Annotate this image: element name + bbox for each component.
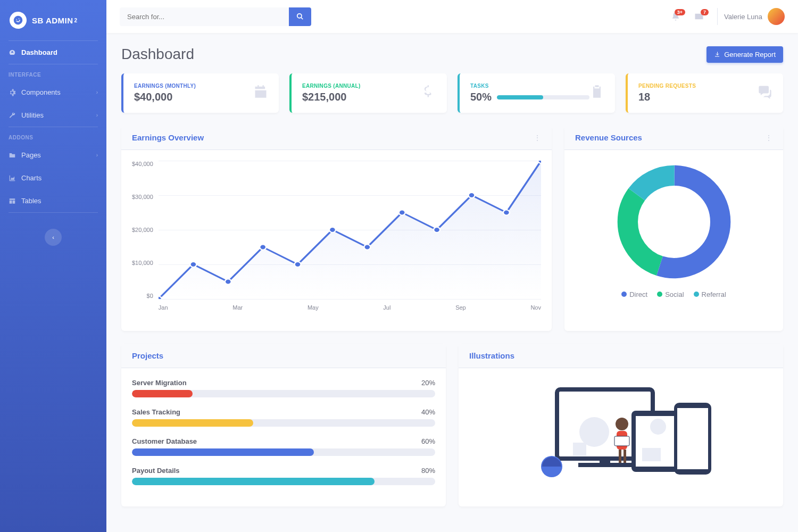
earnings-line-chart: $40,000 $30,000 $20,000 $10,000 $0 xyxy=(132,161,541,320)
ellipsis-icon: ⋮ xyxy=(765,134,772,142)
brand[interactable]: SB ADMIN 2 xyxy=(0,0,106,40)
legend-item: Social xyxy=(657,290,684,298)
stat-value: $40,000 xyxy=(134,91,253,103)
svg-point-6 xyxy=(294,262,301,267)
svg-point-30 xyxy=(579,417,609,447)
x-tick: May xyxy=(307,304,319,311)
earnings-overview-card: Earnings Overview ⋮ $40,000 $30,000 $20,… xyxy=(121,126,552,331)
brand-name: SB ADMIN xyxy=(32,16,73,25)
sidebar: SB ADMIN 2 Dashboard INTERFACE Component… xyxy=(0,0,106,532)
sidebar-item-dashboard[interactable]: Dashboard xyxy=(0,41,106,64)
stat-card-pending: PENDING REQUESTS 18 xyxy=(626,73,783,113)
sidebar-item-label: Utilities xyxy=(21,111,44,119)
topbar-divider xyxy=(717,8,718,25)
sidebar-item-label: Components xyxy=(21,88,61,96)
illustration-image xyxy=(520,373,722,480)
svg-rect-23 xyxy=(677,408,708,469)
sidebar-item-label: Tables xyxy=(21,197,41,205)
sidebar-item-charts[interactable]: Charts xyxy=(0,167,106,189)
x-tick: Jan xyxy=(159,304,168,311)
sidebar-heading-interface: INTERFACE xyxy=(0,64,106,81)
alerts-button[interactable]: 3+ xyxy=(664,5,687,28)
wrench-icon xyxy=(9,112,16,119)
chevron-left-icon: ‹ xyxy=(52,234,54,240)
projects-card: Projects Server Migration20% Sales Track… xyxy=(121,344,446,506)
search-form xyxy=(120,7,311,26)
download-icon xyxy=(714,51,720,57)
illustrations-card: Illustrations xyxy=(459,344,783,506)
project-row: Sales Tracking40% xyxy=(132,408,435,427)
svg-point-9 xyxy=(398,210,405,215)
sidebar-item-label: Dashboard xyxy=(21,48,57,56)
tachometer-icon xyxy=(9,49,16,56)
generate-report-button[interactable]: Generate Report xyxy=(706,46,783,63)
topbar: 3+ 7 Valerie Luna xyxy=(106,0,798,33)
card-title: Earnings Overview xyxy=(132,133,534,142)
y-tick: $0 xyxy=(132,293,153,299)
x-tick: Nov xyxy=(530,304,541,311)
y-tick: $10,000 xyxy=(132,260,153,266)
stat-label: EARNINGS (MONTHLY) xyxy=(134,83,253,89)
svg-point-8 xyxy=(364,245,370,250)
user-menu[interactable]: Valerie Luna xyxy=(724,8,785,25)
sidebar-item-tables[interactable]: Tables xyxy=(0,189,106,212)
calendar-icon xyxy=(253,84,268,103)
svg-point-12 xyxy=(503,210,510,215)
svg-point-5 xyxy=(260,245,266,250)
project-percent: 40% xyxy=(421,408,435,416)
svg-rect-29 xyxy=(614,436,629,446)
chevron-right-icon: › xyxy=(96,152,98,158)
y-tick: $20,000 xyxy=(132,227,153,233)
generate-report-label: Generate Report xyxy=(724,51,776,59)
svg-point-33 xyxy=(650,419,666,435)
comments-icon xyxy=(758,84,772,103)
y-tick: $40,000 xyxy=(132,161,153,167)
card-title: Illustrations xyxy=(469,351,772,360)
project-progress xyxy=(132,419,435,427)
card-menu-button[interactable]: ⋮ xyxy=(765,134,772,142)
revenue-sources-card: Revenue Sources ⋮ Direct Social Referral xyxy=(564,126,783,331)
card-title: Revenue Sources xyxy=(575,133,765,142)
svg-point-3 xyxy=(190,262,196,267)
search-icon xyxy=(296,13,304,20)
svg-point-7 xyxy=(329,227,336,232)
line-chart-svg xyxy=(159,161,541,299)
search-button[interactable] xyxy=(289,7,311,26)
card-title: Projects xyxy=(132,351,435,360)
project-progress xyxy=(132,448,435,456)
x-tick: Sep xyxy=(455,304,466,311)
sidebar-toggle-button[interactable]: ‹ xyxy=(45,229,62,246)
messages-button[interactable]: 7 xyxy=(687,5,711,28)
sidebar-heading-addons: ADDONS xyxy=(0,127,106,144)
chart-area-icon xyxy=(9,174,16,182)
stat-label: TASKS xyxy=(470,83,589,89)
svg-point-0 xyxy=(13,15,23,26)
brand-logo-icon xyxy=(7,10,28,30)
y-tick: $30,000 xyxy=(132,194,153,200)
user-name: Valerie Luna xyxy=(724,13,762,21)
x-tick: Mar xyxy=(232,304,243,311)
card-menu-button[interactable]: ⋮ xyxy=(534,134,541,142)
stat-label: PENDING REQUESTS xyxy=(638,83,758,89)
project-name: Sales Tracking xyxy=(132,408,421,416)
sidebar-item-pages[interactable]: Pages › xyxy=(0,144,106,167)
folder-icon xyxy=(9,152,16,159)
ellipsis-icon: ⋮ xyxy=(534,134,541,142)
project-percent: 80% xyxy=(421,467,435,475)
project-percent: 60% xyxy=(421,437,435,445)
stat-card-tasks: TASKS 50% xyxy=(458,73,615,113)
chevron-right-icon: › xyxy=(96,112,98,118)
project-name: Payout Details xyxy=(132,467,421,475)
avatar xyxy=(768,8,785,25)
table-icon xyxy=(9,197,16,205)
svg-rect-19 xyxy=(600,459,610,464)
svg-rect-27 xyxy=(619,450,621,463)
messages-badge: 7 xyxy=(701,9,709,15)
clipboard-icon xyxy=(589,84,604,103)
sidebar-item-utilities[interactable]: Utilities › xyxy=(0,104,106,127)
sidebar-item-components[interactable]: Components › xyxy=(0,81,106,104)
chart-legend: Direct Social Referral xyxy=(621,290,726,298)
dollar-icon xyxy=(421,84,436,103)
page-title: Dashboard xyxy=(121,46,706,63)
search-input[interactable] xyxy=(120,7,289,26)
